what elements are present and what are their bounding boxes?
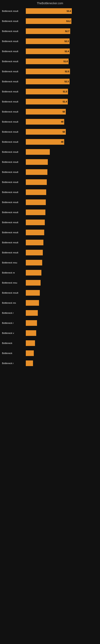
bar-label: Bottleneck result [2, 90, 25, 93]
bar-label: Bottleneck result [2, 80, 25, 83]
bar-wrapper: 51.8 [26, 58, 98, 64]
bar-label: Bottleneck resu [2, 262, 25, 264]
bar-value: 51.5 [63, 90, 67, 93]
bar-row: Bottleneck result50 [2, 128, 98, 136]
bar-wrapper [26, 280, 98, 286]
bar: 51.5 [26, 89, 68, 94]
bar-wrapper [26, 300, 98, 306]
bar-value: 49 [61, 120, 63, 123]
bar-wrapper [26, 169, 98, 175]
bar-row: Bottleneck result52.4 [2, 48, 98, 55]
bar [26, 240, 43, 245]
bar: 52.7 [26, 28, 70, 34]
bar-wrapper [26, 210, 98, 215]
bar-row: Bottleneck result [2, 228, 98, 236]
bar-row: Bottleneck result [2, 158, 98, 166]
bar-wrapper [26, 179, 98, 185]
bar-label: Bottleneck result [2, 10, 25, 12]
bar-wrapper [26, 270, 98, 276]
bar-wrapper [26, 340, 98, 346]
bar-label: Bottleneck result [2, 181, 25, 183]
bar-wrapper [26, 260, 98, 266]
bar-value: 52.3 [65, 40, 69, 42]
bar-row: Bottleneck result [2, 239, 98, 246]
bar-row: Bottleneck result [2, 218, 98, 226]
bar: 49 [26, 139, 64, 145]
bar-wrapper [26, 360, 98, 366]
bar: 49 [26, 119, 64, 124]
bar-wrapper: 52.7 [26, 28, 98, 34]
bar-label: Bottleneck result [2, 171, 25, 173]
bar-row: Bottleneck result52.7 [2, 27, 98, 35]
bar-label: Bottleneck result [2, 231, 25, 234]
bar-label: Bottleneck result [2, 30, 25, 32]
bar [26, 290, 40, 296]
bar-row: Bottleneck result53.4 [2, 7, 98, 15]
bar-label: Bottleneck result [2, 251, 25, 254]
bar-label: Bottleneck result [2, 60, 25, 62]
bar-row: Bottleneck result [2, 178, 98, 186]
bar-label: Bottleneck resu [2, 282, 25, 284]
bar-row: Bottleneck re [2, 269, 98, 276]
bar-label: Bottleneck r [2, 312, 25, 314]
bar [26, 340, 35, 346]
bar-value: 52.3 [65, 80, 69, 83]
bar [26, 350, 34, 356]
bar-wrapper: 53.4 [26, 8, 98, 14]
bar-row: Bottleneck result49 [2, 138, 98, 146]
bar-label: Bottleneck r [2, 322, 25, 324]
bar-row: Bottleneck result52.5 [2, 68, 98, 75]
bar-wrapper: 53.2 [26, 18, 98, 24]
bar-row: Bottleneck v [2, 329, 98, 337]
bar [26, 169, 48, 175]
bar-row: Bottleneck [2, 339, 98, 347]
bar: 50 [26, 129, 66, 135]
bar-wrapper [26, 250, 98, 256]
bar-wrapper [26, 200, 98, 205]
bar-wrapper: 52.5 [26, 69, 98, 74]
bar-wrapper: 51.5 [26, 89, 98, 94]
site-title: TheBottlenecker.com [37, 2, 63, 5]
bar-wrapper [26, 310, 98, 316]
bar-label: Bottleneck result [2, 130, 25, 133]
bar [26, 300, 39, 306]
bar [26, 179, 47, 185]
bar [26, 149, 50, 155]
bar-row: Bottleneck result49 [2, 118, 98, 126]
bar-value: 50 [63, 110, 65, 113]
bar-wrapper: 49 [26, 119, 98, 124]
bar-wrapper [26, 220, 98, 225]
bar-label: Bottleneck result [2, 100, 25, 103]
bar-row: Bottleneck result [2, 168, 98, 176]
bar-label: Bottleneck result [2, 211, 25, 214]
bar-label: Bottleneck result [2, 292, 25, 294]
bar-label: Bottleneck result [2, 151, 25, 153]
bar-row: Bottleneck r [2, 309, 98, 317]
bar: 52.5 [26, 69, 70, 74]
bar [26, 250, 43, 256]
bar-label: Bottleneck result [2, 120, 25, 123]
bar-row: Bottleneck result52.3 [2, 38, 98, 45]
bar-row: Bottleneck result [2, 198, 98, 206]
bar [26, 320, 37, 326]
bar-row: Bottleneck [2, 349, 98, 357]
bar: 52.3 [26, 38, 70, 44]
bar: 53.4 [26, 8, 72, 14]
bar-row: Bottleneck r [2, 319, 98, 327]
bar [26, 310, 38, 316]
bar-row: Bottleneck resu [2, 279, 98, 286]
bar-wrapper [26, 149, 98, 155]
bar-value: 51.8 [64, 60, 68, 62]
bar-value: 52.5 [65, 70, 69, 73]
bar-label: Bottleneck result [2, 50, 25, 52]
bar-label: Bottleneck result [2, 201, 25, 204]
bar-wrapper: 52.4 [26, 48, 98, 54]
bar: 51.4 [26, 99, 68, 104]
bar-value: 53.2 [66, 20, 71, 22]
bar-label: Bottleneck result [2, 70, 25, 73]
bar [26, 210, 46, 215]
bar-label: Bottleneck r [2, 362, 25, 364]
bar-row: Bottleneck result [2, 249, 98, 256]
bar [26, 260, 42, 266]
bar-value: 51.4 [63, 100, 67, 103]
